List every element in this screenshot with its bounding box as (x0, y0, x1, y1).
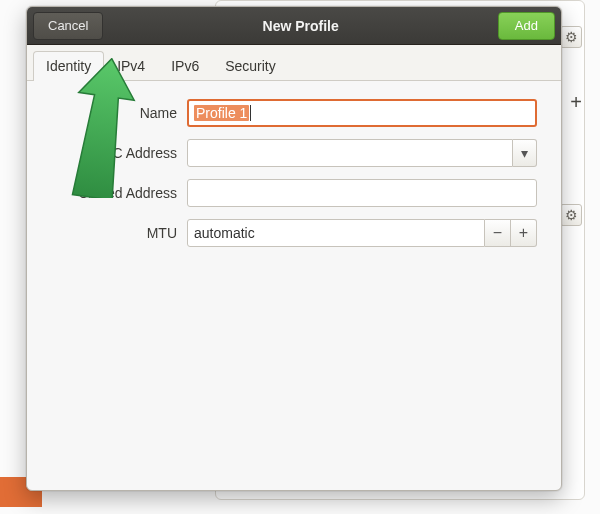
dialog-titlebar: Cancel New Profile Add (27, 7, 561, 45)
mac-dropdown-button[interactable]: ▾ (513, 139, 537, 167)
row-mac: MAC Address ▾ (51, 139, 537, 167)
cancel-button[interactable]: Cancel (33, 12, 103, 40)
mac-input[interactable] (187, 139, 513, 167)
row-name: Name Profile 1 (51, 99, 537, 127)
gear-icon[interactable]: ⚙ (560, 26, 582, 48)
mtu-label: MTU (51, 225, 187, 241)
mtu-spin: automatic − + (187, 219, 537, 247)
mtu-increment-button[interactable]: + (511, 219, 537, 247)
cloned-input[interactable] (187, 179, 537, 207)
gear-icon-glyph: ⚙ (565, 29, 578, 45)
tab-security[interactable]: Security (212, 51, 289, 81)
tab-bar: Identity IPv4 IPv6 Security (27, 45, 561, 81)
text-caret (250, 105, 251, 121)
identity-form: Name Profile 1 MAC Address ▾ Cloned Addr… (27, 81, 561, 247)
name-input[interactable]: Profile 1 (187, 99, 537, 127)
cloned-label: Cloned Address (51, 185, 187, 201)
row-cloned: Cloned Address (51, 179, 537, 207)
plus-icon[interactable]: + (567, 94, 585, 112)
name-label: Name (51, 105, 187, 121)
mac-combo: ▾ (187, 139, 537, 167)
tab-identity[interactable]: Identity (33, 51, 104, 81)
name-input-selection: Profile 1 (194, 105, 249, 121)
row-mtu: MTU automatic − + (51, 219, 537, 247)
tab-ipv6[interactable]: IPv6 (158, 51, 212, 81)
tab-ipv4[interactable]: IPv4 (104, 51, 158, 81)
add-button[interactable]: Add (498, 12, 555, 40)
dialog-title: New Profile (103, 18, 497, 34)
mac-label: MAC Address (51, 145, 187, 161)
gear-icon-glyph: ⚙ (565, 207, 578, 223)
new-profile-dialog: Cancel New Profile Add Identity IPv4 IPv… (26, 6, 562, 491)
chevron-down-icon: ▾ (521, 145, 528, 161)
mtu-decrement-button[interactable]: − (485, 219, 511, 247)
gear-icon[interactable]: ⚙ (560, 204, 582, 226)
mtu-input[interactable]: automatic (187, 219, 485, 247)
